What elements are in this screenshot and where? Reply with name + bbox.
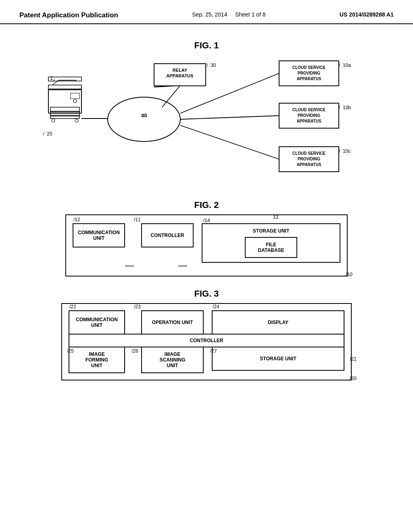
- fig2-outer-box: 13 /10 /12 COMMUNICATION UNIT /11: [65, 214, 348, 276]
- svg-rect-18: [154, 64, 206, 86]
- fig3-comm-box: COMMUNICATION UNIT: [69, 310, 125, 335]
- ref-22-label: /22: [69, 304, 76, 310]
- svg-line-5: [52, 80, 58, 85]
- svg-text:20: 20: [47, 131, 52, 137]
- fig3-op-label: OPERATION UNIT: [152, 320, 193, 325]
- ref-27-label: /27: [210, 348, 217, 354]
- fig1-svg: / 1 / 20 40 RELAY APPARATUS / 30 CLOUD S…: [41, 55, 372, 188]
- fig3-img-form-label: IMAGE FORMING UNIT: [86, 351, 108, 368]
- ref-12-label: /12: [73, 217, 80, 222]
- svg-point-9: [73, 100, 77, 103]
- svg-rect-8: [71, 93, 79, 99]
- svg-text:/: /: [206, 62, 208, 68]
- comm-unit-box: COMMUNICATION UNIT: [73, 223, 125, 247]
- svg-text:30: 30: [211, 62, 216, 68]
- pub-date: Sep. 25, 2014: [192, 11, 227, 18]
- file-database-box: FILE DATABASE: [245, 237, 297, 258]
- comm-unit-label: COMMUNICATION UNIT: [78, 230, 120, 241]
- svg-rect-0: [50, 115, 79, 118]
- svg-line-42: [154, 86, 174, 87]
- ref-14-label: /14: [203, 218, 210, 223]
- fig3-img-scan-box: IMAGE SCANNING UNIT: [141, 347, 204, 373]
- svg-text:/: /: [53, 77, 55, 83]
- fig3-ctrl-label: CONTROLLER: [190, 338, 223, 343]
- svg-text:CLOUD SERVICE: CLOUD SERVICE: [292, 108, 325, 112]
- svg-text:10c: 10c: [343, 148, 350, 154]
- fig3-disp-label: DISPLAY: [268, 320, 288, 325]
- svg-point-11: [75, 119, 78, 122]
- fig3-title: FIG. 3: [24, 289, 389, 299]
- ref-11-label: /11: [134, 217, 141, 222]
- svg-line-45: [180, 116, 279, 119]
- patent-number: US 2014/0289288 A1: [340, 11, 394, 18]
- svg-line-46: [180, 125, 279, 159]
- fig3-stor-box: STORAGE UNIT: [212, 347, 344, 371]
- svg-text:10a: 10a: [343, 62, 351, 68]
- svg-text:APPARATUS: APPARATUS: [297, 119, 321, 123]
- svg-text:APPARATUS: APPARATUS: [297, 162, 321, 167]
- main-content: FIG. 1: [0, 24, 413, 389]
- fig3-top-row: /22 COMMUNICATION UNIT /23 OPERATION UNI…: [69, 310, 344, 335]
- svg-text:1: 1: [50, 75, 53, 81]
- ref-25-label: /25: [67, 348, 74, 354]
- ref-20: /20: [350, 376, 357, 381]
- svg-rect-2: [50, 107, 79, 112]
- fig3-comm-label: COMMUNICATION UNIT: [76, 317, 118, 328]
- fig1-diagram: / 1 / 20 40 RELAY APPARATUS / 30 CLOUD S…: [41, 55, 372, 188]
- svg-line-43: [162, 86, 180, 107]
- fig2-title: FIG. 2: [24, 200, 389, 210]
- fig3-op-box: OPERATION UNIT: [141, 310, 204, 335]
- ref-13: 13: [273, 214, 278, 220]
- svg-rect-7: [48, 77, 81, 81]
- sheet-info: Sheet 1 of 8: [235, 11, 266, 18]
- svg-text:/: /: [339, 62, 340, 68]
- fig3-diagram: /20 /21 /22 COMMUNICATION UNIT /23 OPERA…: [61, 303, 352, 380]
- svg-rect-3: [48, 89, 81, 113]
- header-left: Patent Application Publication: [19, 11, 118, 19]
- svg-text:/: /: [43, 131, 45, 137]
- fig1-title: FIG. 1: [24, 40, 389, 51]
- svg-text:PROVIDING: PROVIDING: [298, 71, 320, 75]
- svg-text:/: /: [339, 148, 340, 154]
- publication-label: Patent Application Publication: [19, 11, 118, 19]
- fig3-bottom-row: /25 IMAGE FORMING UNIT /26 IMAGE SCANNIN…: [69, 347, 344, 373]
- ref-24-label: /24: [213, 304, 219, 310]
- fig3-disp-box: DISPLAY: [212, 310, 344, 335]
- fig1-title-text: FIG. 1: [194, 40, 219, 50]
- storage-unit-box: /14 STORAGE UNIT FILE DATABASE: [202, 223, 340, 263]
- fig3-img-form-box: IMAGE FORMING UNIT: [69, 347, 125, 373]
- ref-23-label: /23: [134, 304, 141, 310]
- svg-text:PROVIDING: PROVIDING: [298, 157, 320, 161]
- controller-label: CONTROLLER: [150, 233, 184, 238]
- storage-unit-label: STORAGE UNIT: [253, 228, 289, 234]
- file-database-label: FILE DATABASE: [258, 242, 284, 253]
- ref-26-label: /26: [131, 348, 138, 354]
- svg-text:CLOUD SERVICE: CLOUD SERVICE: [292, 151, 325, 156]
- svg-rect-29: [279, 103, 339, 128]
- fig2-connectors: [73, 263, 340, 269]
- svg-line-44: [180, 73, 279, 113]
- svg-text:/: /: [339, 105, 340, 110]
- svg-point-16: [108, 97, 180, 141]
- fig3-ctrl-box: CONTROLLER: [69, 334, 344, 347]
- fig3-img-scan-label: IMAGE SCANNING UNIT: [159, 351, 185, 368]
- svg-text:APPARATUS: APPARATUS: [297, 77, 321, 81]
- fig2-title-text: FIG. 2: [194, 200, 219, 210]
- svg-text:40: 40: [141, 112, 147, 118]
- svg-rect-35: [279, 147, 339, 172]
- svg-rect-23: [279, 61, 339, 86]
- ref-10: /10: [346, 272, 353, 277]
- ref-21: /21: [350, 356, 357, 362]
- fig3-title-text: FIG. 3: [194, 289, 219, 299]
- fig3-stor-label: STORAGE UNIT: [260, 356, 296, 362]
- svg-text:RELAY: RELAY: [173, 68, 188, 73]
- fig2-diagram: 13 /10 /12 COMMUNICATION UNIT /11: [65, 214, 348, 276]
- svg-point-10: [52, 119, 55, 122]
- svg-rect-1: [50, 111, 79, 116]
- header-right: US 2014/0289288 A1: [340, 11, 394, 18]
- controller-box: CONTROLLER: [141, 223, 194, 247]
- svg-text:CLOUD SERVICE: CLOUD SERVICE: [292, 65, 325, 70]
- page-header: Patent Application Publication Sep. 25, …: [0, 0, 413, 24]
- fig2-row: /12 COMMUNICATION UNIT /11 CONTROLLER /1…: [73, 223, 340, 263]
- svg-text:PROVIDING: PROVIDING: [298, 113, 320, 118]
